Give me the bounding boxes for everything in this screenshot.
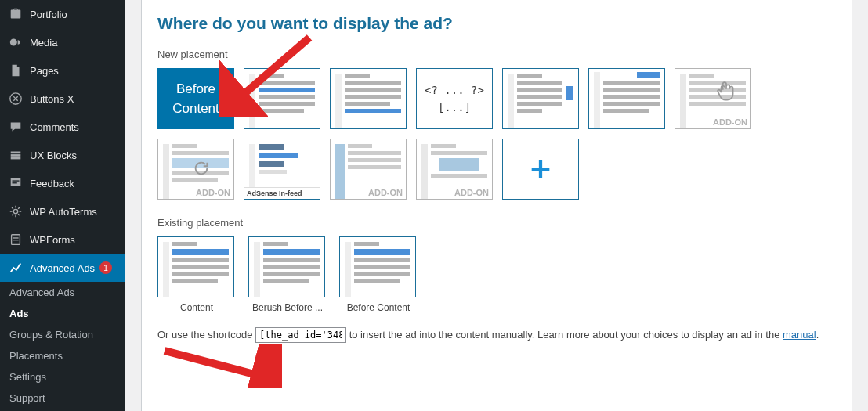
sidebar-item-media[interactable]: Media (0, 28, 125, 56)
svg-point-8 (13, 209, 17, 213)
sidebar-item-buttonsx[interactable]: Buttons X (0, 85, 125, 113)
existing-label: Berush Before ... (248, 302, 327, 313)
notification-badge: 1 (99, 261, 112, 274)
svg-rect-10 (13, 237, 18, 238)
gear-icon (8, 204, 24, 219)
comment-icon (8, 119, 24, 135)
placement-refresh-addon[interactable]: ADD-ON (157, 139, 234, 200)
sidebar-item-autoterms[interactable]: WP AutoTerms (0, 197, 125, 225)
sidebar-label: Pages (30, 65, 59, 77)
placement-manual[interactable]: <? ... ?>[...] (416, 68, 493, 129)
placement-adsense-infeed[interactable]: AdSense In-feed (244, 139, 320, 200)
sidebar-item-advancedads[interactable]: Advanced Ads1 (0, 254, 125, 282)
placement-within-content[interactable] (244, 68, 320, 129)
shortcode-line: Or use the shortcode to insert the ad in… (157, 327, 837, 343)
sidebar-item-portfolio[interactable]: Portfolio (0, 0, 125, 28)
shortcode-post: to insert the ad into the content manual… (349, 329, 780, 341)
sidebar-item-pages[interactable]: Pages (0, 56, 125, 85)
placement-after-content[interactable] (330, 68, 407, 129)
circle-x-icon (8, 91, 24, 106)
media-icon (8, 34, 24, 50)
refresh-icon (193, 160, 210, 179)
existing-content[interactable] (157, 236, 234, 297)
sidebar-label: Feedback (30, 178, 74, 189)
page-icon (8, 63, 24, 78)
placement-add-new[interactable] (502, 139, 579, 200)
existing-label: Before Content (339, 302, 418, 313)
sidebar-item-feedback[interactable]: Feedback (0, 169, 125, 197)
forms-icon (8, 232, 24, 247)
sidebar-item-comments[interactable]: Comments (0, 113, 125, 141)
sidebar-label: Media (30, 37, 57, 49)
admin-sidebar: Portfolio Media Pages Buttons X Comments… (0, 0, 125, 411)
sidebar-label: WP AutoTerms (30, 206, 97, 218)
svg-point-0 (10, 39, 17, 46)
sidebar-label: WPForms (30, 234, 75, 246)
sidebar-item-wpforms[interactable]: WPForms (0, 225, 125, 254)
panel-heading: Where do you want to display the ad? (157, 14, 837, 33)
sidebar-label: Advanced Ads (30, 262, 95, 274)
sidebar-label: Buttons X (30, 93, 74, 105)
placement-bgcolor-addon[interactable]: ADD-ON (330, 139, 407, 200)
briefcase-icon (8, 6, 24, 22)
submenu-settings[interactable]: Settings (0, 366, 125, 388)
manual-link[interactable]: manual (783, 329, 816, 341)
new-placement-grid: BeforeContent <? ... ?>[...] ADD-ON ADD-… (157, 68, 837, 200)
existing-before-content[interactable] (339, 236, 416, 297)
existing-placement-label: Existing placement (157, 217, 837, 229)
sidebar-label: Portfolio (30, 9, 67, 20)
main-content: Where do you want to display the ad? New… (125, 0, 868, 411)
submenu-placements[interactable]: Placements (0, 345, 125, 366)
existing-berush[interactable] (248, 236, 325, 297)
svg-rect-11 (13, 240, 18, 240)
svg-rect-6 (13, 180, 20, 181)
existing-placement-grid: Content Berush Before ... Before Content (157, 236, 837, 313)
shortcode-input[interactable] (255, 327, 346, 343)
svg-rect-4 (11, 157, 21, 160)
submenu-support[interactable]: Support (0, 388, 125, 409)
submenu-groups[interactable]: Groups & Rotation (0, 324, 125, 345)
placement-header[interactable] (588, 68, 665, 129)
blocks-icon (8, 147, 24, 163)
placement-panel: Where do you want to display the ad? New… (141, 0, 852, 411)
svg-rect-7 (13, 182, 17, 183)
placement-custom-position-addon[interactable]: ADD-ON (675, 68, 751, 129)
placement-sidebar[interactable] (502, 68, 579, 129)
svg-rect-5 (11, 178, 21, 186)
submenu-advancedads[interactable]: Advanced Ads (0, 282, 125, 303)
existing-label: Content (157, 302, 236, 313)
svg-rect-2 (11, 152, 21, 154)
placement-popup-addon[interactable]: ADD-ON (416, 139, 493, 200)
new-placement-label: New placement (157, 49, 837, 60)
feedback-icon (8, 175, 24, 191)
placement-before-content[interactable]: BeforeContent (157, 68, 234, 129)
sidebar-label: Comments (30, 121, 79, 133)
hand-icon (716, 80, 736, 106)
sidebar-item-uxblocks[interactable]: UX Blocks (0, 141, 125, 169)
chart-icon (8, 260, 24, 276)
submenu-ads[interactable]: Ads (0, 303, 125, 324)
svg-rect-3 (11, 154, 21, 157)
sidebar-label: UX Blocks (30, 150, 77, 161)
shortcode-pre: Or use the shortcode (157, 329, 252, 341)
